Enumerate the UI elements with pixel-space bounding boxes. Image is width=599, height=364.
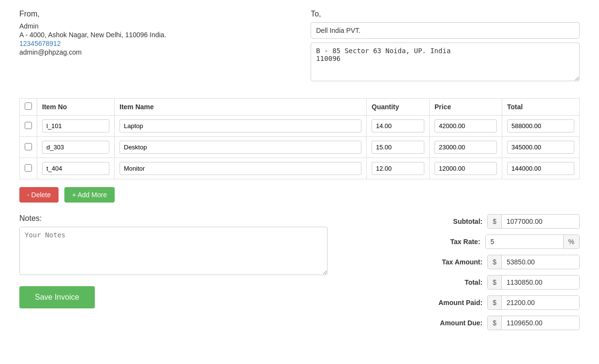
subtotal-input[interactable] [502,215,579,228]
tax-rate-input[interactable] [486,235,563,248]
amount-paid-label: Amount Paid: [419,299,482,306]
tax-amount-input-wrapper: $ [487,255,580,269]
top-section: From, Admin A - 4000, Ashok Nagar, New D… [19,10,580,87]
row-itemname-input-1[interactable] [120,141,361,154]
table-row [20,116,580,137]
row-qty-cell-0 [367,116,430,137]
tax-rate-input-wrapper: % [485,234,580,249]
subtotal-currency: $ [488,215,502,228]
table-row [20,137,580,158]
row-checkbox-0[interactable] [25,122,32,129]
action-buttons: - Delete + Add More [19,187,580,203]
tax-amount-input[interactable] [502,255,579,269]
to-address-textarea[interactable]: B - 85 Sector 63 Noida, UP. India 110096 [311,43,580,81]
total-row: Total: $ [344,275,580,290]
row-price-input-1[interactable] [434,141,497,154]
total-input[interactable] [502,276,579,289]
row-price-cell-1 [430,137,502,158]
row-itemname-input-2[interactable] [120,162,361,175]
row-total-cell-2 [502,158,580,179]
amount-due-input[interactable] [502,316,579,330]
subtotal-row: Subtotal: $ [344,214,580,229]
from-name: Admin [19,22,288,30]
row-itemno-cell-2 [37,158,115,179]
row-itemno-cell-1 [37,137,115,158]
tax-amount-row: Tax Amount: $ [344,255,580,269]
save-invoice-button[interactable]: Save Invoice [19,286,95,308]
header-checkbox[interactable] [25,102,32,110]
from-section: From, Admin A - 4000, Ashok Nagar, New D… [19,10,288,87]
row-total-input-1[interactable] [507,141,574,154]
row-itemno-input-0[interactable] [42,119,109,132]
amount-due-label: Amount Due: [419,319,482,327]
tax-amount-label: Tax Amount: [419,258,482,266]
row-checkbox-2[interactable] [25,164,32,172]
tax-rate-label: Tax Rate: [418,238,480,246]
row-qty-input-0[interactable] [372,119,424,132]
row-checkbox-1[interactable] [25,143,32,150]
amount-paid-currency: $ [488,296,502,309]
table-row [20,158,580,179]
delete-button[interactable]: - Delete [19,187,59,203]
header-checkbox-cell [20,99,37,116]
amount-due-row: Amount Due: $ [344,316,580,330]
row-itemno-input-1[interactable] [42,141,109,154]
subtotal-input-wrapper: $ [487,214,580,229]
from-phone: 12345678912 [19,40,288,47]
row-total-cell-1 [502,137,580,158]
header-total: Total [502,99,580,116]
row-itemname-cell-2 [115,158,367,179]
row-itemno-input-2[interactable] [42,162,109,175]
row-price-input-2[interactable] [434,162,497,175]
subtotal-label: Subtotal: [419,218,482,225]
row-total-input-0[interactable] [507,119,574,132]
tax-rate-suffix: % [563,235,579,248]
row-checkbox-cell [20,137,37,158]
header-quantity: Quantity [367,99,430,116]
total-input-wrapper: $ [487,275,580,290]
table-header-row: Item No Item Name Quantity Price Total [20,99,580,116]
header-item-name: Item Name [115,99,367,116]
row-itemname-input-0[interactable] [120,119,361,132]
row-total-input-2[interactable] [507,162,574,175]
row-qty-cell-1 [367,137,430,158]
from-info: Admin A - 4000, Ashok Nagar, New Delhi, … [19,22,288,56]
row-qty-input-1[interactable] [372,141,424,154]
notes-textarea[interactable] [19,227,328,275]
from-label: From, [19,10,288,18]
row-price-input-0[interactable] [434,119,497,132]
amount-paid-input-wrapper: $ [487,295,580,310]
header-price: Price [430,99,502,116]
notes-section: Notes: Save Invoice [19,214,328,308]
save-btn-wrap: Save Invoice [19,286,328,308]
total-currency: $ [488,276,502,289]
from-address: A - 4000, Ashok Nagar, New Delhi, 110096… [19,31,288,39]
row-itemname-cell-0 [115,116,367,137]
row-checkbox-cell [20,158,37,179]
to-company-input[interactable] [311,22,580,39]
amount-due-input-wrapper: $ [487,316,580,330]
to-label: To, [311,10,580,18]
total-label: Total: [419,278,482,286]
row-qty-input-2[interactable] [372,162,424,175]
tax-rate-row: Tax Rate: % [344,234,580,249]
header-item-no: Item No [37,99,115,116]
bottom-section: Notes: Save Invoice Subtotal: $ Tax Rate… [19,214,580,336]
row-price-cell-2 [430,158,502,179]
amount-paid-input[interactable] [502,296,579,309]
amount-paid-row: Amount Paid: $ [344,295,580,310]
row-checkbox-cell [20,116,37,137]
row-itemname-cell-1 [115,137,367,158]
summary-section: Subtotal: $ Tax Rate: % Tax Amount: $ To… [344,214,580,336]
from-email: admin@phpzag.com [19,48,288,56]
amount-due-currency: $ [488,316,502,330]
to-section: To, B - 85 Sector 63 Noida, UP. India 11… [311,10,580,87]
row-price-cell-0 [430,116,502,137]
row-total-cell-0 [502,116,580,137]
tax-amount-currency: $ [488,255,502,269]
items-table: Item No Item Name Quantity Price Total [19,98,580,179]
row-qty-cell-2 [367,158,430,179]
row-itemno-cell-0 [37,116,115,137]
notes-label: Notes: [19,214,328,223]
add-more-button[interactable]: + Add More [64,187,115,203]
